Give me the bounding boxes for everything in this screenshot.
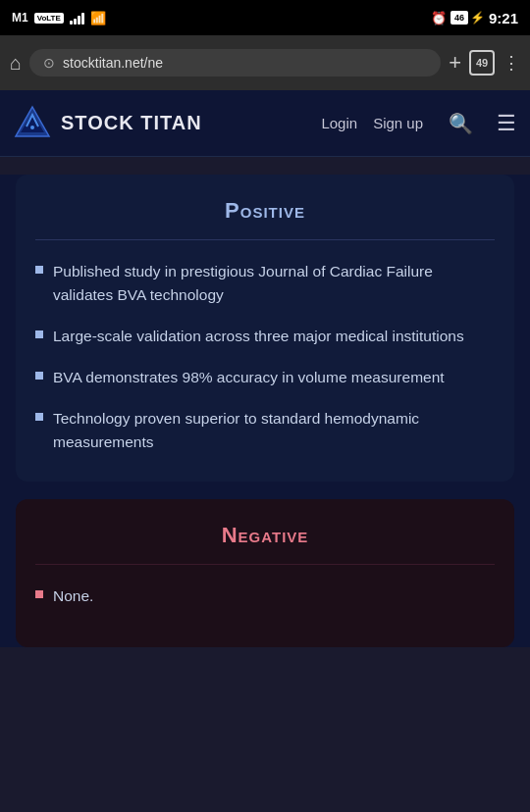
battery-container: 46 ⚡ xyxy=(450,11,485,25)
positive-bullet-3: BVA demonstrates 98% accuracy in volume … xyxy=(53,366,445,389)
new-tab-button[interactable]: + xyxy=(449,50,461,76)
site-security-icon: ⊙ xyxy=(43,55,55,71)
volte-badge: VoLTE xyxy=(34,13,64,24)
bullet-icon xyxy=(35,266,43,274)
bullet-icon xyxy=(35,413,43,421)
charging-icon: ⚡ xyxy=(470,11,485,25)
carrier-label: M1 xyxy=(12,11,28,25)
list-item: Large-scale validation across three majo… xyxy=(35,325,495,348)
positive-bullet-2: Large-scale validation across three majo… xyxy=(53,325,464,348)
alarm-icon: ⏰ xyxy=(431,11,447,25)
positive-bullet-4: Technology proven superior to standard h… xyxy=(53,407,495,454)
status-left: M1 VoLTE 📶 xyxy=(12,11,106,25)
login-link[interactable]: Login xyxy=(321,115,357,131)
signup-link[interactable]: Sign up xyxy=(373,115,423,131)
bullet-icon xyxy=(35,590,43,598)
svg-point-2 xyxy=(30,126,34,129)
negative-section-title: Negative xyxy=(35,523,495,548)
positive-divider xyxy=(35,239,495,240)
status-right: ⏰ 46 ⚡ 9:21 xyxy=(431,10,518,26)
time-display: 9:21 xyxy=(489,10,518,26)
list-item: Technology proven superior to standard h… xyxy=(35,407,495,454)
address-text: stocktitan.net/ne xyxy=(63,55,163,71)
main-content: Positive Published study in prestigious … xyxy=(0,175,530,647)
browser-chrome: ⌂ ⊙ stocktitan.net/ne + 49 ⋮ xyxy=(0,35,530,90)
negative-divider xyxy=(35,564,495,565)
site-nav: STOCK TITAN Login Sign up 🔍 ☰ xyxy=(0,90,530,157)
hamburger-menu-icon[interactable]: ☰ xyxy=(497,111,516,136)
home-icon[interactable]: ⌂ xyxy=(10,52,22,75)
nav-links: Login Sign up 🔍 ☰ xyxy=(321,111,516,136)
status-bar: M1 VoLTE 📶 ⏰ 46 ⚡ 9:21 xyxy=(0,0,530,35)
wifi-icon: 📶 xyxy=(90,11,106,25)
bullet-icon xyxy=(35,372,43,380)
logo-text: STOCK TITAN xyxy=(61,112,202,134)
logo-container: STOCK TITAN xyxy=(14,105,321,142)
signal-bars-icon xyxy=(70,11,84,25)
negative-section-card: Negative None. xyxy=(16,499,514,647)
positive-section-card: Positive Published study in prestigious … xyxy=(16,175,514,482)
positive-section-title: Positive xyxy=(35,198,495,224)
bullet-icon xyxy=(35,330,43,338)
positive-bullet-list: Published study in prestigious Journal o… xyxy=(35,260,495,454)
list-item: None. xyxy=(35,584,495,608)
browser-menu-button[interactable]: ⋮ xyxy=(503,52,520,74)
positive-bullet-1: Published study in prestigious Journal o… xyxy=(53,260,495,307)
search-icon[interactable]: 🔍 xyxy=(449,112,473,135)
address-bar[interactable]: ⊙ stocktitan.net/ne xyxy=(29,49,441,76)
tab-count-badge[interactable]: 49 xyxy=(469,50,495,76)
negative-bullet-1: None. xyxy=(53,584,93,608)
list-item: BVA demonstrates 98% accuracy in volume … xyxy=(35,366,495,389)
battery-icon: 46 xyxy=(450,11,468,25)
negative-bullet-list: None. xyxy=(35,584,495,608)
logo-icon xyxy=(14,105,51,142)
list-item: Published study in prestigious Journal o… xyxy=(35,260,495,307)
